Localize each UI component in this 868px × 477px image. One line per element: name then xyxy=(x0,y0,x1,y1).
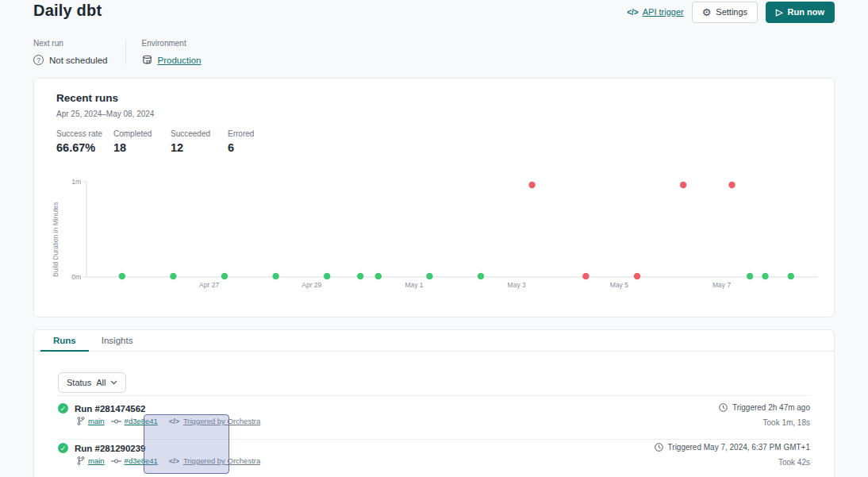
next-run-value: Not scheduled xyxy=(49,56,108,65)
svg-text:Apr 29: Apr 29 xyxy=(301,281,321,289)
code-icon: </> xyxy=(169,457,179,465)
run-name: Run #281290239 xyxy=(75,444,146,453)
git-branch-icon xyxy=(77,417,85,425)
settings-button-label: Settings xyxy=(716,7,747,17)
tab-runs[interactable]: Runs xyxy=(40,330,89,351)
took-text: Took 1m, 18s xyxy=(719,418,810,427)
run-name: Run #281474562 xyxy=(75,404,146,414)
next-run-block: Next run ? Not scheduled xyxy=(33,39,125,65)
commit-icon xyxy=(111,458,121,464)
branch-link[interactable]: main xyxy=(77,456,105,465)
status-filter-label: Status xyxy=(67,378,91,387)
settings-button[interactable]: ⚙ Settings xyxy=(692,2,758,23)
chart-y-axis-title: Build Duration in Minutes xyxy=(52,188,60,291)
trigger-badge[interactable]: </> Triggered by Orchestra xyxy=(169,456,260,465)
status-filter-value: All xyxy=(96,378,106,387)
svg-text:Apr 27: Apr 27 xyxy=(199,281,219,289)
divider xyxy=(58,395,810,396)
svg-text:May 7: May 7 xyxy=(712,281,731,289)
chevron-down-icon xyxy=(110,380,117,385)
api-trigger-label: API trigger xyxy=(643,7,684,17)
svg-text:0m: 0m xyxy=(71,273,81,281)
job-meta: Next run ? Not scheduled Environment Pro… xyxy=(33,39,219,65)
success-check-icon: ✓ xyxy=(58,443,68,453)
environment-block: Environment Production xyxy=(125,39,219,65)
svg-text:May 1: May 1 xyxy=(405,281,423,289)
commit-link[interactable]: #d3e8e41 xyxy=(111,456,158,465)
next-run-value-row: ? Not scheduled xyxy=(33,55,108,65)
next-run-label: Next run xyxy=(33,39,108,48)
stat-errored: Errored 6 xyxy=(228,129,285,154)
status-filter-dropdown[interactable]: Status All xyxy=(58,372,126,393)
took-text: Took 42s xyxy=(655,458,810,467)
stats-row: Success rate 66.67% Completed 18 Succeed… xyxy=(56,129,285,154)
git-branch-icon xyxy=(77,456,85,465)
tab-bar: Runs Insights xyxy=(34,330,834,352)
database-icon xyxy=(142,55,152,65)
header-actions: </> API trigger ⚙ Settings ▷ Run now xyxy=(627,1,835,23)
duration-chart: Build Duration in Minutes 1m0mApr 27Apr … xyxy=(63,175,828,302)
gear-icon: ⚙ xyxy=(702,7,712,17)
run-row[interactable]: ✓ Run #281474562 main #d3e8e41 xyxy=(58,400,810,440)
recent-runs-card: Recent runs Apr 25, 2024–May 08, 2024 Su… xyxy=(33,78,835,317)
code-icon: </> xyxy=(169,417,179,425)
stat-completed: Completed 18 xyxy=(113,129,171,154)
page-title: Daily dbt xyxy=(33,2,102,20)
run-now-button[interactable]: ▷ Run now xyxy=(766,2,835,23)
environment-link[interactable]: Production xyxy=(158,56,202,65)
svg-text:May 3: May 3 xyxy=(508,281,526,289)
play-icon: ▷ xyxy=(776,8,782,17)
runs-card: Runs Insights Status All ✓ Run #28147456… xyxy=(33,329,835,477)
run-row[interactable]: ✓ Run #281290239 main #d3e8e41 xyxy=(58,440,810,477)
run-now-button-label: Run now xyxy=(788,7,824,17)
commit-link[interactable]: #d3e8e41 xyxy=(111,417,158,425)
triggered-text: Triggered May 7, 2024, 6:37 PM GMT+1 xyxy=(668,443,810,452)
code-icon: </> xyxy=(627,8,638,17)
clock-icon xyxy=(719,403,728,412)
trigger-badge[interactable]: </> Triggered by Orchestra xyxy=(169,417,260,425)
tab-insights[interactable]: Insights xyxy=(89,330,146,351)
branch-link[interactable]: main xyxy=(77,417,105,425)
recent-runs-date-range: Apr 25, 2024–May 08, 2024 xyxy=(56,110,154,118)
success-check-icon: ✓ xyxy=(58,403,68,414)
commit-icon xyxy=(111,418,121,425)
triggered-text: Triggered 2h 47m ago xyxy=(732,403,810,412)
svg-text:1m: 1m xyxy=(71,178,81,186)
help-circle-icon: ? xyxy=(33,55,44,65)
environment-label: Environment xyxy=(142,39,202,48)
stat-succeeded: Succeeded 12 xyxy=(171,129,228,154)
duration-chart-svg: 1m0mApr 27Apr 29May 1May 3May 5May 7 xyxy=(63,175,828,302)
recent-runs-title: Recent runs xyxy=(56,92,118,104)
svg-text:May 5: May 5 xyxy=(610,281,628,289)
stat-success-rate: Success rate 66.67% xyxy=(56,129,113,154)
api-trigger-link[interactable]: </> API trigger xyxy=(627,7,683,17)
clock-icon xyxy=(655,443,663,452)
